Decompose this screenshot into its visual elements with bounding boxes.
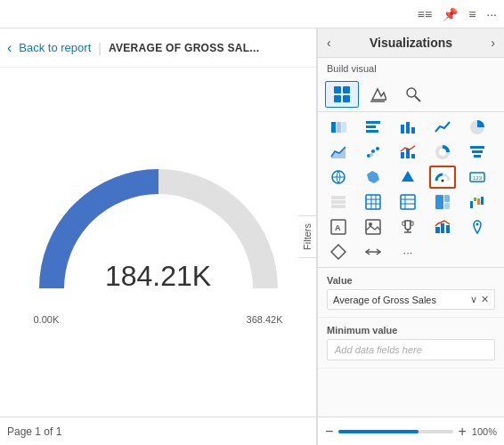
svg-rect-36 — [331, 200, 345, 204]
viz-panel-title: Visualizations — [370, 36, 452, 50]
svg-rect-8 — [337, 122, 341, 133]
svg-rect-23 — [411, 154, 415, 158]
funnel-chart-icon[interactable] — [464, 141, 491, 164]
svg-rect-48 — [444, 195, 450, 202]
svg-point-32 — [442, 180, 444, 182]
visualizations-panel: ‹ Visualizations › Build visual — [317, 28, 504, 445]
clustered-bar-chart-icon[interactable] — [360, 116, 386, 139]
text-box-icon[interactable]: A — [325, 215, 352, 239]
svg-rect-61 — [441, 223, 444, 233]
main-layout: ‹ Back to report | AVERAGE OF GROSS SAL.… — [0, 28, 504, 445]
svg-rect-11 — [366, 125, 376, 128]
svg-line-6 — [415, 96, 420, 101]
viz-nav-right[interactable]: › — [491, 36, 495, 50]
tab-build-visual[interactable] — [325, 81, 359, 108]
area-chart-icon[interactable] — [325, 141, 352, 164]
zoom-minus-button[interactable]: − — [325, 424, 333, 440]
back-to-report-link[interactable]: Back to report — [19, 41, 91, 54]
back-arrow-icon[interactable]: ‹ — [7, 40, 12, 56]
svg-point-25 — [439, 149, 446, 156]
viz-nav-left[interactable]: ‹ — [327, 36, 331, 50]
breadcrumb-separator: | — [98, 41, 102, 55]
gauge-icon[interactable] — [429, 166, 456, 189]
svg-marker-64 — [331, 245, 345, 259]
map-icon[interactable] — [325, 166, 352, 189]
viz-header: ‹ Visualizations › — [318, 28, 504, 58]
zoom-slider[interactable] — [338, 430, 452, 433]
value-chip: Average of Gross Sales ∨ ✕ — [327, 289, 495, 310]
svg-rect-43 — [401, 195, 415, 209]
value-section-label: Value — [327, 275, 495, 286]
svg-marker-31 — [402, 171, 414, 182]
filled-map-icon[interactable] — [360, 166, 386, 189]
value-chip-actions: ∨ ✕ — [470, 294, 489, 305]
svg-rect-53 — [481, 197, 484, 205]
svg-rect-1 — [343, 86, 350, 93]
svg-rect-49 — [444, 203, 450, 209]
min-value-label: Minimum value — [327, 325, 495, 336]
donut-chart-icon[interactable] — [429, 141, 456, 164]
grid-icon — [333, 85, 351, 103]
more-charts-icon[interactable]: ··· — [394, 240, 421, 263]
svg-rect-7 — [331, 122, 336, 133]
svg-point-5 — [407, 88, 416, 97]
diamond-icon[interactable] — [325, 240, 352, 263]
tab-analytics[interactable] — [396, 81, 430, 108]
pie-chart-icon[interactable] — [464, 116, 491, 139]
image-icon[interactable] — [360, 215, 386, 239]
build-visual-label: Build visual — [318, 58, 504, 77]
gauge-chart: 184.21K — [34, 159, 283, 302]
svg-rect-52 — [477, 198, 480, 205]
combo-chart-icon[interactable] — [394, 141, 421, 164]
svg-rect-12 — [366, 130, 378, 133]
scatter-chart-icon[interactable] — [360, 141, 386, 164]
more-icon[interactable]: ··· — [486, 7, 497, 21]
trophy-icon[interactable] — [394, 215, 421, 239]
breadcrumb: ‹ Back to report | AVERAGE OF GROSS SAL.… — [0, 28, 316, 68]
svg-rect-21 — [401, 152, 404, 158]
svg-rect-26 — [470, 146, 484, 149]
svg-rect-22 — [406, 149, 410, 158]
gauge-value: 184.21K — [105, 260, 211, 293]
multi-row-card-icon[interactable] — [325, 190, 352, 214]
column-chart-icon[interactable] — [394, 116, 421, 139]
svg-rect-60 — [435, 227, 440, 233]
arrow-up-icon[interactable] — [394, 166, 421, 189]
add-fields-placeholder[interactable]: Add data fields here — [327, 339, 495, 360]
svg-point-18 — [371, 150, 375, 153]
zoom-bar: − + 100% — [318, 417, 504, 445]
filter-icon[interactable]: ≡ — [468, 7, 476, 21]
menu-icon[interactable]: ≡≡ — [418, 7, 432, 21]
zoom-plus-button[interactable]: + — [459, 424, 467, 440]
svg-rect-15 — [411, 127, 415, 134]
svg-rect-37 — [331, 205, 345, 208]
format-icon — [369, 85, 386, 103]
left-panel: ‹ Back to report | AVERAGE OF GROSS SAL.… — [0, 28, 317, 445]
stacked-bar-chart-icon[interactable] — [325, 116, 352, 139]
zoom-level: 100% — [472, 426, 497, 437]
treemap-icon[interactable] — [429, 190, 456, 214]
waterfall-icon[interactable] — [464, 190, 491, 214]
viz-tabs — [318, 77, 504, 112]
svg-rect-13 — [401, 125, 404, 134]
matrix-icon[interactable] — [394, 190, 421, 214]
min-value-section: Minimum value Add data fields here — [318, 318, 504, 368]
zoom-slider-fill — [338, 430, 419, 433]
value-remove-icon[interactable]: ✕ — [481, 294, 489, 305]
value-expand-icon[interactable]: ∨ — [470, 294, 477, 305]
svg-rect-62 — [446, 225, 450, 233]
svg-rect-14 — [406, 122, 410, 134]
double-arrow-icon[interactable] — [360, 240, 386, 263]
value-section: Value Average of Gross Sales ∨ ✕ — [318, 268, 504, 318]
map-pin-icon[interactable] — [464, 215, 491, 239]
svg-rect-50 — [470, 201, 473, 208]
table-icon[interactable] — [360, 190, 386, 214]
kpi-icon[interactable] — [429, 215, 456, 239]
svg-point-63 — [476, 223, 479, 226]
filters-tab[interactable]: Filters — [298, 215, 317, 258]
line-chart-icon[interactable] — [429, 116, 456, 139]
tab-format[interactable] — [361, 81, 394, 108]
pin-icon[interactable]: 📌 — [443, 7, 458, 21]
card-icon[interactable]: 123 — [464, 166, 491, 189]
svg-rect-10 — [366, 121, 380, 124]
